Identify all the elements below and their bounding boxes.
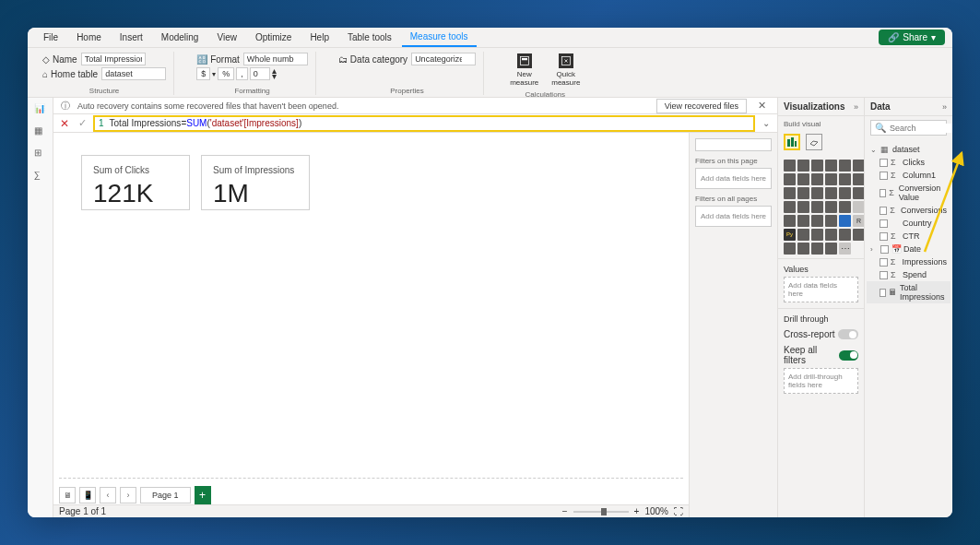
formula-cancel-icon[interactable]: ✕ [57,117,72,130]
measure-name-input[interactable] [81,53,146,65]
field-checkbox[interactable] [880,172,888,180]
get-more-visuals-icon[interactable]: ⋯ [839,243,851,255]
field-column1[interactable]: ΣColumn1 [867,169,950,182]
field-checkbox[interactable] [880,289,886,297]
tab-file[interactable]: File [35,29,66,46]
table-node-dataset[interactable]: ⌄ ▦ dataset [867,143,950,156]
quick-measure-button[interactable]: Quick measure [548,52,584,89]
stacked-area-icon[interactable] [811,173,823,185]
power-apps-icon[interactable] [784,243,796,255]
qa-visual-icon[interactable] [825,229,837,241]
report-canvas[interactable]: Sum of Clicks 121K Sum of Impressions 1M… [53,133,689,517]
tab-help[interactable]: Help [301,29,337,46]
tab-table-tools[interactable]: Table tools [339,29,400,46]
table-icon[interactable] [811,215,823,227]
azure-map-icon[interactable] [811,201,823,213]
waterfall-icon[interactable] [784,187,796,199]
field-checkbox[interactable] [880,271,888,279]
line-chart-icon[interactable] [784,173,796,185]
close-recovery-icon[interactable]: ✕ [754,100,770,112]
kpi-icon[interactable] [784,215,796,227]
matrix-icon[interactable] [825,215,837,227]
smart-narrative-icon[interactable] [839,229,851,241]
collapse-visualizations-icon[interactable]: » [854,102,858,112]
visual-filter-shortcut[interactable] [695,138,772,151]
share-button[interactable]: 🔗 Share ▾ [879,30,945,45]
filters-on-page-well[interactable]: Add data fields here [695,168,772,189]
formula-expand-icon[interactable]: ⌄ [759,118,773,128]
mobile-layout-icon[interactable]: 📱 [79,487,96,504]
field-checkbox[interactable] [880,207,887,215]
zoom-in-icon[interactable]: + [634,506,640,516]
desktop-layout-icon[interactable]: 🖥 [59,487,76,504]
python-visual-icon[interactable]: Py [784,229,796,241]
map-icon[interactable] [784,201,796,213]
table-view-icon[interactable]: ▦ [34,125,47,138]
custom-visual-icon[interactable] [825,243,837,255]
formula-commit-icon[interactable]: ✓ [76,117,89,129]
field-checkbox[interactable] [880,258,888,267]
field-ctr[interactable]: ΣCTR [867,230,950,243]
donut-icon[interactable] [839,187,851,199]
stacked-bar-icon[interactable] [784,160,796,172]
field-checkbox[interactable] [880,219,888,228]
field-checkbox[interactable] [880,159,888,167]
dax-view-icon[interactable]: ∑ [34,170,47,183]
fit-to-page-icon[interactable]: ⛶ [674,506,683,516]
currency-button[interactable]: $ [196,67,210,80]
keep-filters-toggle[interactable] [839,350,858,361]
power-automate-icon[interactable] [797,243,809,255]
key-influencers-icon[interactable] [797,229,809,241]
comma-button[interactable]: , [236,67,248,80]
tab-insert[interactable]: Insert [112,29,151,46]
format-select[interactable]: Whole number [243,53,308,65]
filters-on-all-well[interactable]: Add data fields here [695,206,772,227]
field-conversions[interactable]: ΣConversions [867,204,950,217]
data-category-select[interactable]: Uncategorized [411,53,476,65]
area-chart-icon[interactable] [797,173,809,185]
page-tab-1[interactable]: Page 1 [140,487,191,504]
pie-icon[interactable] [825,187,837,199]
card-visual-clicks[interactable]: Sum of Clicks 121K [81,155,190,210]
field-total-impressions[interactable]: 🖩Total Impressions [867,281,950,303]
field-search-box[interactable]: 🔍 [870,120,947,136]
search-input[interactable] [890,124,952,133]
home-table-select[interactable]: dataset [101,67,166,80]
field-checkbox[interactable] [880,232,888,241]
decimals-input[interactable] [250,67,270,80]
r-visual-icon[interactable] [839,215,851,227]
scatter-icon[interactable] [811,187,823,199]
new-measure-button[interactable]: New measure [506,52,542,89]
gauge-icon[interactable] [825,201,837,213]
line-clustered-column-icon[interactable] [839,173,851,185]
format-visual-tab-icon[interactable] [806,134,822,150]
field-spend[interactable]: ΣSpend [867,268,950,281]
collapse-data-icon[interactable]: » [942,102,947,112]
dax-formula-bar[interactable]: 1 Total Impressions = SUM ( 'dataset' [I… [93,115,755,132]
cross-report-toggle[interactable] [838,329,858,339]
percent-button[interactable]: % [218,67,234,80]
page-prev-icon[interactable]: ‹ [100,487,116,504]
funnel-icon[interactable] [797,187,809,199]
field-impressions[interactable]: ΣImpressions [867,255,950,268]
tab-modeling[interactable]: Modeling [153,29,207,46]
zoom-slider[interactable] [573,511,629,513]
view-recovered-files-button[interactable]: View recovered files [656,99,747,113]
tab-view[interactable]: View [208,29,245,46]
slicer-icon[interactable] [797,215,809,227]
tab-measure-tools[interactable]: Measure tools [402,28,477,47]
card-icon[interactable] [839,201,851,213]
tab-home[interactable]: Home [68,29,110,46]
clustered-bar-icon[interactable] [811,160,823,172]
field-checkbox[interactable] [880,245,889,254]
100-stacked-bar-icon[interactable] [839,160,851,172]
field-conversion-value[interactable]: ΣConversion Value [867,182,950,204]
decomposition-tree-icon[interactable] [811,229,823,241]
card-visual-impressions[interactable]: Sum of Impressions 1M [201,155,310,210]
drill-through-field-well[interactable]: Add drill-through fields here [784,368,858,394]
line-stacked-column-icon[interactable] [825,173,837,185]
arcgis-icon[interactable] [811,243,823,255]
field-clicks[interactable]: ΣClicks [867,156,950,169]
add-page-button[interactable]: + [195,486,211,504]
stacked-column-icon[interactable] [797,160,809,172]
